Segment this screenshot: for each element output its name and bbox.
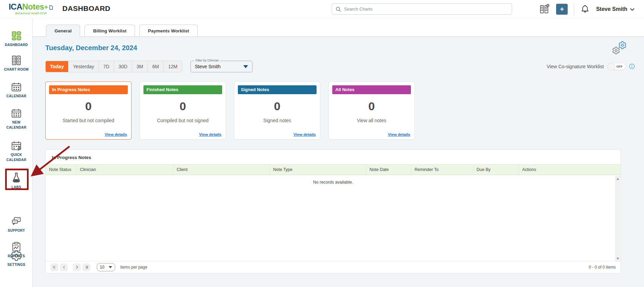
sidebar-label-settings: SETTINGS (4, 262, 29, 268)
card-description: Signed notes (234, 118, 320, 123)
chevron-down-icon (109, 266, 112, 268)
table-header-row: Note Status Clinician Client Note Type N… (46, 164, 620, 175)
dashboard-tabs: General Billing Worklist Payments Workli… (33, 18, 644, 37)
range-filter-6m[interactable]: 6M (148, 61, 163, 72)
sidebar-item-chart-room[interactable]: CHART ROOM (0, 55, 33, 72)
tab-payments-worklist[interactable]: Payments Worklist (139, 25, 198, 37)
dropdown-arrow-icon (243, 65, 248, 68)
quick-calendar-icon (11, 140, 22, 152)
sidebar-label-chart-room: CHART ROOM (4, 67, 29, 72)
app-window: ICANotes+ Behavioral Health EHR DASHBOAR… (0, 0, 644, 287)
empty-table-message: No records available. (46, 180, 620, 185)
sidebar-item-settings[interactable]: SETTINGS (0, 250, 33, 268)
col-due-by[interactable]: Due By (473, 164, 519, 175)
search-input[interactable] (344, 6, 508, 12)
note-summary-cards: In Progress Notes 0 Started but not comp… (45, 82, 415, 140)
labs-highlight-box-annotation (5, 169, 29, 190)
dashboard-grid-icon (11, 30, 22, 42)
sidebar-label-quick-calendar: QUICK CALENDAR (4, 153, 29, 162)
col-actions[interactable]: Actions (519, 164, 620, 175)
general-tab-panel: Tuesday, December 24, 2024 Today Yesterd… (33, 37, 644, 287)
user-menu[interactable]: Steve Smith (596, 6, 634, 12)
add-chart-cabinet-icon[interactable] (539, 4, 550, 15)
card-all-notes[interactable]: All Notes 0 View all notes View details (328, 82, 415, 140)
card-description: View all notes (329, 118, 414, 123)
sidebar-label-dashboard: DASHBOARD (4, 43, 29, 48)
info-icon[interactable] (629, 63, 635, 69)
range-filter-3m[interactable]: 3M (132, 61, 148, 72)
main-content: General Billing Worklist Payments Workli… (33, 18, 644, 287)
search-icon (335, 6, 341, 12)
sidebar-item-support[interactable]: SUPPORT (0, 216, 33, 233)
card-header: Finished Notes (143, 85, 222, 94)
filter-by-clinician-dropdown[interactable]: Filter by Clinician Steve Smith (190, 61, 252, 72)
page-size-value: 10 (100, 265, 104, 270)
tab-billing-worklist[interactable]: Billing Worklist (85, 25, 135, 37)
date-heading: Tuesday, December 24, 2024 (45, 44, 137, 52)
toggle-knob (608, 63, 615, 71)
toggle-state-label: OFF (616, 65, 623, 68)
table-scrollbar[interactable] (615, 176, 620, 262)
col-reminder-to[interactable]: Reminder To (411, 164, 473, 175)
header-actions: + Steve Smith (539, 0, 644, 18)
card-count: 0 (46, 100, 131, 113)
card-finished-notes[interactable]: Finished Notes 0 Compiled but not signed… (140, 82, 226, 140)
view-details-link[interactable]: View details (388, 132, 410, 137)
page-size-select[interactable]: 10 (97, 263, 115, 271)
next-page-button[interactable] (73, 263, 81, 271)
pagination-range-label: 0 - 0 of 0 items (589, 265, 616, 270)
card-header: All Notes (332, 85, 411, 94)
chart-room-cabinets-icon (11, 55, 22, 66)
items-per-page-label: items per page (120, 265, 147, 270)
calendar-icon (11, 81, 22, 93)
sidebar-label-support: SUPPORT (4, 228, 29, 233)
clinician-filter-label: Filter by Clinician (194, 59, 220, 62)
tab-general[interactable]: General (46, 25, 80, 37)
card-count: 0 (329, 100, 414, 113)
clinician-filter-value: Steve Smith (195, 64, 243, 69)
card-signed-notes[interactable]: Signed Notes 0 Signed notes View details (234, 82, 320, 140)
logo-notes-text: Notes (22, 2, 44, 11)
pagination-bar: 10 items per page 0 - 0 of 0 items (46, 261, 620, 273)
card-count: 0 (234, 100, 320, 113)
col-note-date[interactable]: Note Date (366, 164, 411, 175)
previous-page-button[interactable] (60, 263, 68, 271)
logo-tagline: Behavioral Health EHR (5, 12, 57, 15)
range-filter-today[interactable]: Today (46, 61, 68, 72)
view-details-link[interactable]: View details (293, 132, 316, 137)
new-item-blue-plus-icon[interactable]: + (556, 4, 568, 15)
sidebar-item-new-calendar[interactable]: NEW CALENDAR (0, 107, 33, 130)
card-description: Compiled but not signed (140, 118, 226, 123)
last-page-button[interactable] (82, 263, 90, 271)
settings-gear-icon (11, 250, 22, 261)
col-note-type[interactable]: Note Type (270, 164, 366, 175)
support-chat-icon (11, 216, 22, 227)
notifications-bell-icon[interactable] (580, 4, 590, 14)
view-details-link[interactable]: View details (105, 132, 127, 137)
chevron-down-icon (630, 8, 634, 11)
col-client[interactable]: Client (173, 164, 270, 175)
search-charts-box[interactable] (332, 3, 512, 15)
logo-ica-text: ICA (9, 2, 22, 11)
sidebar-item-dashboard[interactable]: DASHBOARD (0, 30, 33, 48)
card-description: Started but not compiled (46, 118, 131, 123)
logo-wordmark: ICANotes+ (5, 2, 57, 12)
icanotes-logo[interactable]: ICANotes+ Behavioral Health EHR (5, 2, 57, 15)
dashboard-settings-gears-icon[interactable] (611, 41, 627, 55)
cosignature-worklist-control: View Co-signature Worklist OFF (547, 63, 635, 70)
in-progress-notes-panel: In Progress Notes Note Status Clinician … (45, 149, 621, 273)
range-filter-30d[interactable]: 30D (114, 61, 132, 72)
labs-pointer-arrow-annotation (27, 141, 73, 180)
table-title: In Progress Notes (46, 150, 620, 164)
first-page-button[interactable] (50, 263, 58, 271)
view-details-link[interactable]: View details (199, 132, 221, 137)
col-clinician[interactable]: Clinician (76, 164, 173, 175)
range-filter-yesterday[interactable]: Yesterday (68, 61, 98, 72)
card-in-progress-notes[interactable]: In Progress Notes 0 Started but not comp… (45, 82, 132, 140)
range-filter-12m[interactable]: 12M (163, 61, 182, 72)
scroll-up-icon[interactable] (616, 178, 619, 180)
sidebar-item-calendar[interactable]: CALENDAR (0, 81, 33, 99)
cosignature-toggle[interactable]: OFF (607, 63, 626, 70)
scroll-down-icon[interactable] (616, 258, 619, 260)
range-filter-7d[interactable]: 7D (98, 61, 114, 72)
